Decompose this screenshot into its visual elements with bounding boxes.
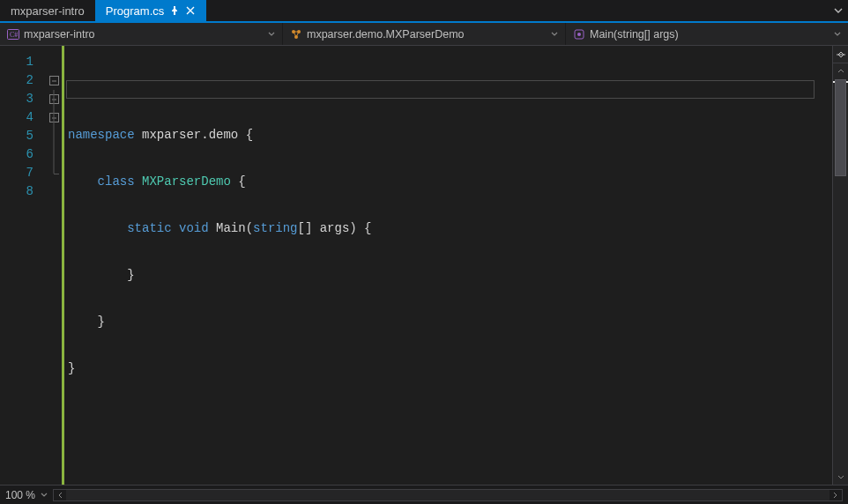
current-line[interactable] <box>66 80 815 99</box>
code-line[interactable]: } <box>68 266 832 285</box>
line-number: 8 <box>0 182 46 201</box>
code-surface[interactable]: namespace mxparser.demo { class MXParser… <box>62 46 832 485</box>
tab-label: Program.cs <box>106 4 164 18</box>
keyword: static <box>127 221 171 235</box>
chevron-down-icon <box>268 28 275 41</box>
svg-point-6 <box>577 33 581 36</box>
svg-text:C#: C# <box>10 31 18 39</box>
scroll-up-icon[interactable] <box>833 63 848 78</box>
split-editor-icon[interactable] <box>833 46 848 63</box>
code-line[interactable]: class MXParserDemo { <box>68 173 832 191</box>
outlining-margin[interactable] <box>46 46 62 485</box>
code-line[interactable]: static void Main(string[] args) { <box>68 219 832 238</box>
scroll-right-icon[interactable] <box>829 490 842 500</box>
pin-icon[interactable] <box>169 5 180 16</box>
code-line[interactable]: namespace mxparser.demo { <box>68 126 832 145</box>
fold-toggle-icon[interactable] <box>49 76 59 85</box>
tabs-overflow-icon[interactable] <box>834 4 843 18</box>
line-number: 4 <box>0 108 46 127</box>
navigation-bar: C# mxparser-intro mxparser.demo.MXParser… <box>0 23 848 46</box>
code-text: Main( <box>216 221 253 235</box>
nav-type-dropdown[interactable]: mxparser.demo.MXParserDemo <box>283 23 566 45</box>
keyword: void <box>179 221 209 235</box>
document-tabstrip: mxparser-intro Program.cs <box>0 0 848 23</box>
nav-member-dropdown[interactable]: Main(string[] args) <box>566 23 848 45</box>
code-line[interactable]: } <box>68 313 832 331</box>
line-number-gutter: 1 2 3 4 5 6 7 8 <box>0 46 46 485</box>
nav-project-label: mxparser-intro <box>24 28 95 41</box>
type-name: MXParserDemo <box>142 174 231 189</box>
scroll-left-icon[interactable] <box>54 490 66 500</box>
fold-toggle-icon[interactable] <box>49 94 59 104</box>
code-text: } <box>68 315 105 329</box>
line-number: 1 <box>0 53 46 71</box>
keyword: namespace <box>68 128 135 142</box>
tab-label: mxparser-intro <box>11 4 85 18</box>
chevron-down-icon <box>551 28 558 41</box>
code-line[interactable] <box>68 406 832 425</box>
line-number: 6 <box>0 145 46 164</box>
keyword: class <box>98 174 135 189</box>
method-icon <box>573 28 585 41</box>
nav-type-label: mxparser.demo.MXParserDemo <box>307 28 465 41</box>
vertical-scrollbar[interactable] <box>832 46 848 485</box>
horizontal-scrollbar[interactable] <box>53 489 843 501</box>
zoom-dropdown-icon[interactable] <box>41 489 48 501</box>
zoom-level[interactable]: 100 % <box>5 489 35 501</box>
code-text: [] args) { <box>298 221 372 235</box>
indent <box>68 221 127 235</box>
indent <box>68 174 98 189</box>
scroll-track[interactable] <box>833 78 848 471</box>
close-icon[interactable] <box>185 5 196 16</box>
keyword: string <box>253 221 297 235</box>
code-text: { <box>231 174 246 189</box>
tab-program-cs[interactable]: Program.cs <box>95 0 206 21</box>
line-number: 5 <box>0 127 46 145</box>
scroll-thumb[interactable] <box>835 79 846 176</box>
nav-project-dropdown[interactable]: C# mxparser-intro <box>0 23 283 45</box>
code-text: } <box>68 361 75 375</box>
tab-mxparser-intro[interactable]: mxparser-intro <box>0 0 95 21</box>
scroll-down-icon[interactable] <box>833 471 848 485</box>
nav-member-label: Main(string[] args) <box>590 28 679 41</box>
line-number: 3 <box>0 90 46 108</box>
line-number: 7 <box>0 164 46 182</box>
code-line[interactable]: } <box>68 359 832 378</box>
class-icon <box>290 28 302 41</box>
code-editor[interactable]: 1 2 3 4 5 6 7 8 namespace mxparser.demo … <box>0 46 848 485</box>
editor-status-bar: 100 % <box>0 485 848 504</box>
csharp-project-icon: C# <box>7 28 19 41</box>
code-text: } <box>68 268 135 282</box>
line-number: 2 <box>0 71 46 90</box>
code-text: mxparser.demo { <box>135 128 253 142</box>
scroll-track[interactable] <box>66 490 829 500</box>
chevron-down-icon <box>834 28 841 41</box>
fold-toggle-icon[interactable] <box>49 113 59 122</box>
